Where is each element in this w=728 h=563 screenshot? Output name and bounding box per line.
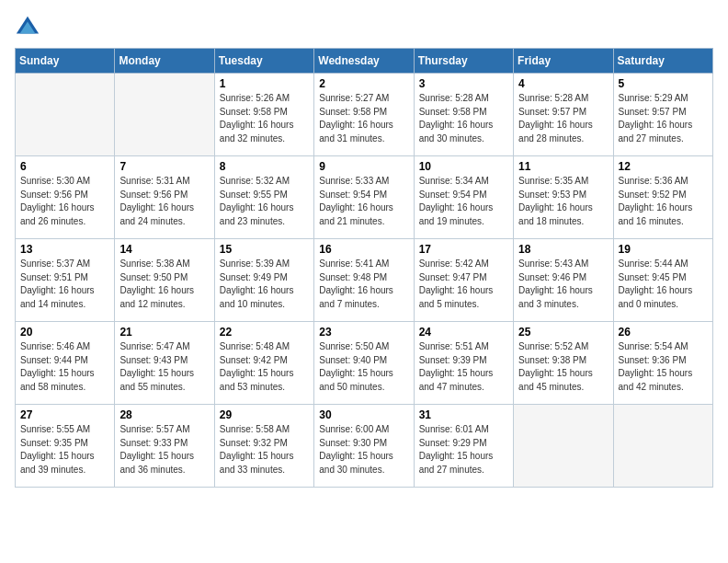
day-header-wednesday: Wednesday bbox=[314, 49, 414, 74]
day-number: 21 bbox=[119, 326, 209, 339]
calendar-cell: 4Sunrise: 5:28 AMSunset: 9:57 PMDaylight… bbox=[514, 74, 613, 156]
calendar-cell: 19Sunrise: 5:44 AMSunset: 9:45 PMDayligh… bbox=[613, 239, 712, 322]
day-number: 30 bbox=[319, 408, 408, 421]
day-info: Sunrise: 5:35 AMSunset: 9:53 PMDaylight:… bbox=[518, 175, 608, 228]
day-info: Sunrise: 5:44 AMSunset: 9:45 PMDaylight:… bbox=[619, 258, 708, 311]
day-info: Sunrise: 5:43 AMSunset: 9:46 PMDaylight:… bbox=[518, 258, 608, 311]
day-info: Sunrise: 5:48 AMSunset: 9:42 PMDaylight:… bbox=[220, 340, 309, 394]
day-info: Sunrise: 5:41 AMSunset: 9:48 PMDaylight:… bbox=[319, 258, 408, 311]
day-number: 31 bbox=[419, 408, 508, 421]
day-info: Sunrise: 5:28 AMSunset: 9:57 PMDaylight:… bbox=[518, 92, 608, 145]
calendar-cell: 7Sunrise: 5:31 AMSunset: 9:56 PMDaylight… bbox=[115, 156, 214, 239]
day-number: 5 bbox=[619, 77, 708, 90]
day-info: Sunrise: 5:26 AMSunset: 9:58 PMDaylight:… bbox=[220, 92, 309, 145]
calendar-week-row: 13Sunrise: 5:37 AMSunset: 9:51 PMDayligh… bbox=[16, 239, 713, 322]
day-header-friday: Friday bbox=[514, 49, 613, 74]
day-number: 14 bbox=[119, 243, 209, 256]
calendar-cell: 8Sunrise: 5:32 AMSunset: 9:55 PMDaylight… bbox=[214, 156, 313, 239]
calendar-cell: 22Sunrise: 5:48 AMSunset: 9:42 PMDayligh… bbox=[214, 322, 313, 405]
day-header-monday: Monday bbox=[115, 49, 214, 74]
day-number: 13 bbox=[20, 243, 109, 256]
calendar-cell: 16Sunrise: 5:41 AMSunset: 9:48 PMDayligh… bbox=[314, 239, 414, 322]
day-number: 8 bbox=[220, 160, 309, 173]
day-info: Sunrise: 5:42 AMSunset: 9:47 PMDaylight:… bbox=[419, 258, 508, 311]
day-number: 4 bbox=[518, 77, 608, 90]
calendar-cell: 12Sunrise: 5:36 AMSunset: 9:52 PMDayligh… bbox=[613, 156, 712, 239]
day-number: 1 bbox=[220, 77, 309, 90]
day-number: 9 bbox=[319, 160, 408, 173]
calendar-header-row: SundayMondayTuesdayWednesdayThursdayFrid… bbox=[16, 49, 713, 74]
day-info: Sunrise: 5:27 AMSunset: 9:58 PMDaylight:… bbox=[319, 92, 408, 145]
day-info: Sunrise: 5:55 AMSunset: 9:35 PMDaylight:… bbox=[20, 423, 109, 477]
day-info: Sunrise: 5:54 AMSunset: 9:36 PMDaylight:… bbox=[619, 340, 708, 394]
calendar-cell: 26Sunrise: 5:54 AMSunset: 9:36 PMDayligh… bbox=[613, 322, 712, 405]
day-info: Sunrise: 5:28 AMSunset: 9:58 PMDaylight:… bbox=[419, 92, 508, 145]
calendar-cell bbox=[613, 405, 712, 488]
day-number: 19 bbox=[619, 243, 708, 256]
day-number: 10 bbox=[419, 160, 508, 173]
calendar-cell: 2Sunrise: 5:27 AMSunset: 9:58 PMDaylight… bbox=[314, 74, 414, 156]
calendar-cell: 5Sunrise: 5:29 AMSunset: 9:57 PMDaylight… bbox=[613, 74, 712, 156]
day-info: Sunrise: 5:37 AMSunset: 9:51 PMDaylight:… bbox=[20, 258, 109, 311]
day-number: 16 bbox=[319, 243, 408, 256]
day-info: Sunrise: 5:46 AMSunset: 9:44 PMDaylight:… bbox=[20, 340, 109, 394]
day-number: 29 bbox=[220, 408, 309, 421]
calendar-cell: 27Sunrise: 5:55 AMSunset: 9:35 PMDayligh… bbox=[16, 405, 115, 488]
day-info: Sunrise: 5:29 AMSunset: 9:57 PMDaylight:… bbox=[619, 92, 708, 145]
calendar-cell bbox=[16, 74, 115, 156]
day-number: 15 bbox=[220, 243, 309, 256]
day-info: Sunrise: 5:36 AMSunset: 9:52 PMDaylight:… bbox=[619, 175, 708, 228]
day-info: Sunrise: 5:33 AMSunset: 9:54 PMDaylight:… bbox=[319, 175, 408, 228]
calendar-week-row: 27Sunrise: 5:55 AMSunset: 9:35 PMDayligh… bbox=[16, 405, 713, 488]
day-number: 24 bbox=[419, 326, 508, 339]
day-info: Sunrise: 5:58 AMSunset: 9:32 PMDaylight:… bbox=[220, 423, 309, 477]
day-number: 18 bbox=[518, 243, 608, 256]
day-info: Sunrise: 5:32 AMSunset: 9:55 PMDaylight:… bbox=[220, 175, 309, 228]
day-header-thursday: Thursday bbox=[414, 49, 513, 74]
day-number: 3 bbox=[419, 77, 508, 90]
day-info: Sunrise: 5:47 AMSunset: 9:43 PMDaylight:… bbox=[119, 340, 209, 394]
calendar-cell: 6Sunrise: 5:30 AMSunset: 9:56 PMDaylight… bbox=[16, 156, 115, 239]
day-number: 17 bbox=[419, 243, 508, 256]
calendar-cell: 23Sunrise: 5:50 AMSunset: 9:40 PMDayligh… bbox=[314, 322, 414, 405]
calendar-cell: 3Sunrise: 5:28 AMSunset: 9:58 PMDaylight… bbox=[414, 74, 513, 156]
day-header-sunday: Sunday bbox=[16, 49, 115, 74]
calendar-cell: 14Sunrise: 5:38 AMSunset: 9:50 PMDayligh… bbox=[115, 239, 214, 322]
day-number: 26 bbox=[619, 326, 708, 339]
day-number: 20 bbox=[20, 326, 109, 339]
calendar-cell: 31Sunrise: 6:01 AMSunset: 9:29 PMDayligh… bbox=[414, 405, 513, 488]
calendar: SundayMondayTuesdayWednesdayThursdayFrid… bbox=[15, 48, 713, 488]
day-info: Sunrise: 5:39 AMSunset: 9:49 PMDaylight:… bbox=[220, 258, 309, 311]
calendar-cell: 30Sunrise: 6:00 AMSunset: 9:30 PMDayligh… bbox=[314, 405, 414, 488]
day-info: Sunrise: 5:38 AMSunset: 9:50 PMDaylight:… bbox=[119, 258, 209, 311]
calendar-cell: 11Sunrise: 5:35 AMSunset: 9:53 PMDayligh… bbox=[514, 156, 613, 239]
logo-icon bbox=[15, 15, 40, 40]
day-info: Sunrise: 6:01 AMSunset: 9:29 PMDaylight:… bbox=[419, 423, 508, 477]
day-info: Sunrise: 5:57 AMSunset: 9:33 PMDaylight:… bbox=[119, 423, 209, 477]
calendar-cell: 18Sunrise: 5:43 AMSunset: 9:46 PMDayligh… bbox=[514, 239, 613, 322]
calendar-week-row: 6Sunrise: 5:30 AMSunset: 9:56 PMDaylight… bbox=[16, 156, 713, 239]
calendar-cell: 20Sunrise: 5:46 AMSunset: 9:44 PMDayligh… bbox=[16, 322, 115, 405]
calendar-cell: 10Sunrise: 5:34 AMSunset: 9:54 PMDayligh… bbox=[414, 156, 513, 239]
day-number: 2 bbox=[319, 77, 408, 90]
day-number: 7 bbox=[119, 160, 209, 173]
calendar-cell bbox=[115, 74, 214, 156]
day-info: Sunrise: 5:51 AMSunset: 9:39 PMDaylight:… bbox=[419, 340, 508, 394]
calendar-cell bbox=[514, 405, 613, 488]
page-header bbox=[15, 15, 713, 40]
day-header-tuesday: Tuesday bbox=[214, 49, 313, 74]
calendar-cell: 9Sunrise: 5:33 AMSunset: 9:54 PMDaylight… bbox=[314, 156, 414, 239]
day-number: 6 bbox=[20, 160, 109, 173]
logo bbox=[15, 15, 44, 40]
day-info: Sunrise: 5:30 AMSunset: 9:56 PMDaylight:… bbox=[20, 175, 109, 228]
day-number: 11 bbox=[518, 160, 608, 173]
day-number: 28 bbox=[119, 408, 209, 421]
day-number: 25 bbox=[518, 326, 608, 339]
calendar-cell: 28Sunrise: 5:57 AMSunset: 9:33 PMDayligh… bbox=[115, 405, 214, 488]
day-number: 12 bbox=[619, 160, 708, 173]
calendar-cell: 15Sunrise: 5:39 AMSunset: 9:49 PMDayligh… bbox=[214, 239, 313, 322]
day-info: Sunrise: 5:50 AMSunset: 9:40 PMDaylight:… bbox=[319, 340, 408, 394]
calendar-week-row: 1Sunrise: 5:26 AMSunset: 9:58 PMDaylight… bbox=[16, 74, 713, 156]
day-info: Sunrise: 5:34 AMSunset: 9:54 PMDaylight:… bbox=[419, 175, 508, 228]
day-info: Sunrise: 5:31 AMSunset: 9:56 PMDaylight:… bbox=[119, 175, 209, 228]
